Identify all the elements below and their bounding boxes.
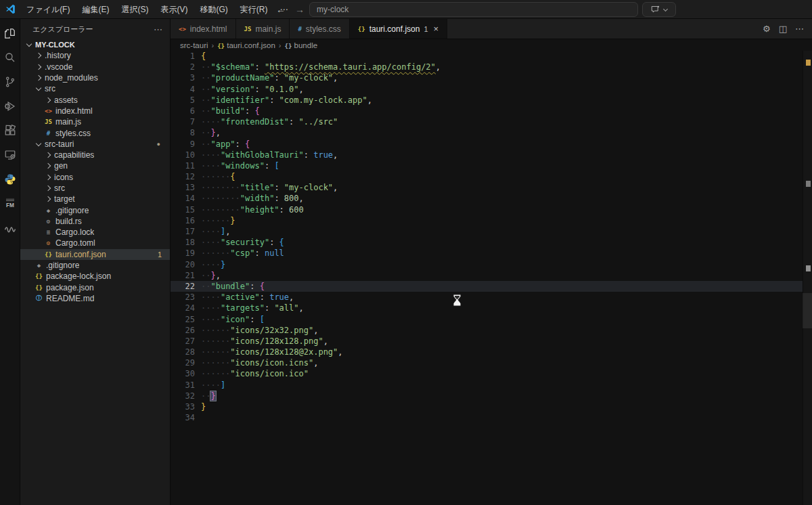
- code-line[interactable]: 24····"targets": "all",: [171, 303, 812, 313]
- remote-explorer-icon[interactable]: [0, 144, 20, 167]
- split-editor-icon[interactable]: ◫: [779, 24, 787, 34]
- folder-row-gen[interactable]: gen: [20, 160, 170, 171]
- menu-item-0[interactable]: ファイル(F): [20, 2, 76, 17]
- menu-item-2[interactable]: 選択(S): [115, 2, 154, 17]
- menu-item-1[interactable]: 編集(E): [76, 2, 115, 17]
- code-line[interactable]: 16······}: [171, 215, 812, 226]
- code-line[interactable]: 3··"productName": "my-clock",: [171, 72, 812, 83]
- explorer-icon[interactable]: [0, 22, 20, 45]
- code-line[interactable]: 21··},: [171, 270, 812, 281]
- code-line[interactable]: 26······"icons/32x32.png",: [171, 325, 812, 336]
- scrollbar-slider[interactable]: [803, 293, 812, 328]
- file-row-cargo-toml[interactable]: ⚙Cargo.toml: [20, 238, 170, 248]
- folder-row-src[interactable]: src: [20, 83, 170, 94]
- back-icon[interactable]: ←: [276, 4, 286, 15]
- command-center-search[interactable]: my-clock: [309, 2, 638, 17]
- code-line[interactable]: 1{: [171, 51, 812, 62]
- title-bar: ファイル(F)編集(E)選択(S)表示(V)移動(G)実行(R)⋯ ← → my…: [0, 0, 812, 19]
- folder-row-src[interactable]: src: [20, 183, 170, 194]
- tab-label: tauri.conf.json: [369, 24, 420, 34]
- file-row-package-json[interactable]: {}package.json: [20, 282, 170, 293]
- explorer-more-icon[interactable]: ⋯: [154, 24, 163, 35]
- code-line[interactable]: 9··"app": {: [171, 139, 812, 150]
- folder-row-capabilities[interactable]: capabilities: [20, 150, 170, 160]
- code-line[interactable]: 20····}: [171, 259, 812, 270]
- code-line[interactable]: 33}: [171, 401, 812, 412]
- editor-scrollbar[interactable]: [803, 51, 812, 505]
- copilot-button[interactable]: [642, 2, 676, 17]
- search-icon[interactable]: [0, 46, 20, 69]
- file-row--gitignore[interactable]: ◆.gitignore: [20, 260, 170, 271]
- python-icon[interactable]: [0, 168, 20, 191]
- breadcrumb-item-tauri-conf-json[interactable]: {} tauri.conf.json: [217, 41, 275, 49]
- menu-item-4[interactable]: 移動(G): [194, 2, 233, 17]
- code-editor[interactable]: 1{2··"$schema": "https://schema.tauri.ap…: [171, 51, 812, 505]
- folder-row-my-clock[interactable]: MY-CLOCK: [20, 39, 170, 50]
- code-line[interactable]: 7····"frontendDist": "../src": [171, 116, 812, 127]
- code-line[interactable]: 2··"$schema": "https://schema.tauri.app/…: [171, 62, 812, 72]
- extensions-icon[interactable]: [0, 119, 20, 142]
- tab-index-html[interactable]: <>index.html: [171, 19, 236, 39]
- breadcrumb-item-bundle[interactable]: {} bundle: [285, 41, 318, 49]
- schema-url-link[interactable]: "https://schema.tauri.app/config/2": [265, 62, 436, 72]
- code-line[interactable]: 10····"withGlobalTauri": true,: [171, 150, 812, 160]
- code-line[interactable]: 6··"build": {: [171, 106, 812, 116]
- folder-row-icons[interactable]: icons: [20, 172, 170, 183]
- folder-row--vscode[interactable]: .vscode: [20, 62, 170, 72]
- code-line[interactable]: 34: [171, 412, 812, 423]
- line-number: 15: [171, 204, 195, 215]
- code-line[interactable]: 32··}: [171, 391, 812, 401]
- file-row-build-rs[interactable]: ⚙build.rs: [20, 216, 170, 227]
- info-file-icon: ⓘ: [34, 294, 44, 303]
- code-line[interactable]: 31····]: [171, 380, 812, 391]
- editor-gear-icon[interactable]: ⚙: [763, 24, 771, 34]
- menu-item-3[interactable]: 表示(V): [154, 2, 194, 17]
- json-file-icon: {}: [358, 26, 365, 32]
- file-row-main-js[interactable]: JSmain.js: [20, 116, 170, 127]
- file-row-styles-css[interactable]: #styles.css: [20, 127, 170, 138]
- file-row-cargo-lock[interactable]: ≡Cargo.lock: [20, 227, 170, 238]
- code-line[interactable]: 22··"bundle": {: [171, 281, 812, 292]
- breadcrumb-item-src-tauri[interactable]: src-tauri: [180, 41, 208, 49]
- run-debug-icon[interactable]: [0, 95, 20, 118]
- tab-main-js[interactable]: JSmain.js: [236, 19, 290, 39]
- code-line[interactable]: 12······{: [171, 171, 812, 182]
- file-row-index-html[interactable]: <>index.html: [20, 106, 170, 116]
- fm-extension-icon[interactable]: FM: [0, 192, 20, 215]
- code-line[interactable]: 29······"icons/icon.icns",: [171, 357, 812, 368]
- code-line[interactable]: 13········"title": "my-clock",: [171, 182, 812, 193]
- code-line[interactable]: 19······"csp": null: [171, 248, 812, 259]
- folder-row--history[interactable]: .history: [20, 50, 170, 61]
- vscode-logo-icon[interactable]: [0, 3, 20, 15]
- forward-icon[interactable]: →: [295, 4, 304, 15]
- file-row-tauri-conf-json[interactable]: {}tauri.conf.json1: [20, 249, 170, 260]
- code-line[interactable]: 17····],: [171, 226, 812, 237]
- code-line[interactable]: 23····"active": true,: [171, 292, 812, 303]
- code-line[interactable]: 15········"height": 600: [171, 204, 812, 215]
- close-icon[interactable]: ×: [434, 24, 439, 34]
- file-row--gitignore[interactable]: ◆.gitignore: [20, 204, 170, 215]
- file-row-package-lock-json[interactable]: {}package-lock.json: [20, 271, 170, 282]
- code-line[interactable]: 11····"windows": [: [171, 160, 812, 171]
- code-line[interactable]: 30······"icons/icon.ico": [171, 368, 812, 379]
- editor-more-icon[interactable]: ⋯: [795, 24, 804, 34]
- chevron-right-icon: [43, 153, 52, 157]
- menu-item-5[interactable]: 実行(R): [234, 2, 274, 17]
- code-line[interactable]: 5··"identifier": "com.my-clock.app",: [171, 95, 812, 106]
- wave-extension-icon[interactable]: [0, 217, 20, 240]
- code-line[interactable]: 25····"icon": [: [171, 314, 812, 325]
- folder-row-src-tauri[interactable]: src-tauri●: [20, 139, 170, 150]
- code-line[interactable]: 4··"version": "0.1.0",: [171, 84, 812, 95]
- folder-row-node-modules[interactable]: node_modules: [20, 72, 170, 83]
- folder-row-assets[interactable]: assets: [20, 94, 170, 105]
- folder-row-target[interactable]: target: [20, 194, 170, 204]
- tab-tauri-conf-json[interactable]: {}tauri.conf.json1×: [350, 19, 447, 39]
- code-line[interactable]: 27······"icons/128x128.png",: [171, 336, 812, 347]
- file-row-readme-md[interactable]: ⓘREADME.md: [20, 293, 170, 304]
- code-line[interactable]: 14········"width": 800,: [171, 193, 812, 204]
- source-control-icon[interactable]: [0, 70, 20, 93]
- code-line[interactable]: 8··},: [171, 127, 812, 138]
- code-line[interactable]: 18····"security": {: [171, 237, 812, 248]
- code-line[interactable]: 28······"icons/128x128@2x.png",: [171, 347, 812, 357]
- tab-styles-css[interactable]: #styles.css: [290, 19, 349, 39]
